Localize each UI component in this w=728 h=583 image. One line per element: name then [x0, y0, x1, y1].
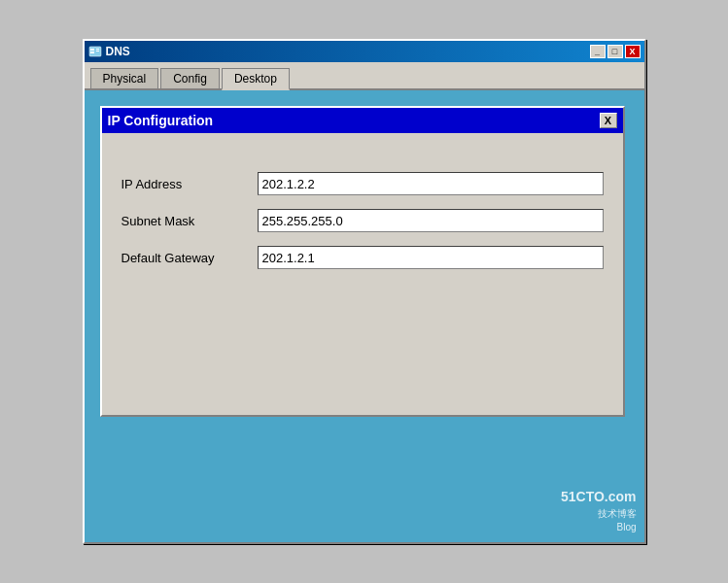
subnet-mask-label: Subnet Mask: [121, 214, 258, 228]
watermark: 51CTO.com 技术博客 Blog: [561, 488, 637, 534]
watermark-main: 51CTO.com: [561, 488, 637, 507]
minimize-button[interactable]: _: [590, 45, 606, 58]
ip-address-label: IP Address: [121, 177, 258, 191]
dialog-title-bar: IP Configuration X: [102, 108, 623, 133]
svg-rect-1: [90, 49, 94, 51]
tab-config[interactable]: Config: [160, 68, 220, 88]
watermark-sub2: Blog: [561, 521, 637, 534]
tab-physical[interactable]: Physical: [90, 68, 159, 88]
dialog-title: IP Configuration: [108, 113, 214, 128]
tab-desktop[interactable]: Desktop: [222, 68, 290, 90]
tab-bar: Physical Config Desktop: [85, 62, 644, 90]
main-window: DNS _ □ X Physical Config Desktop IP Con…: [83, 39, 646, 544]
subnet-mask-row: Subnet Mask: [121, 209, 604, 232]
subnet-mask-input[interactable]: [258, 209, 604, 232]
dns-icon: [88, 45, 102, 58]
ip-address-row: IP Address: [121, 172, 604, 195]
svg-rect-3: [96, 49, 99, 50]
title-bar-buttons: _ □ X: [590, 45, 641, 58]
maximize-button[interactable]: □: [607, 45, 623, 58]
ip-config-dialog: IP Configuration X IP Address Subnet Mas…: [100, 106, 625, 417]
default-gateway-label: Default Gateway: [121, 251, 258, 265]
content-area: IP Configuration X IP Address Subnet Mas…: [85, 90, 644, 542]
dialog-close-button[interactable]: X: [600, 113, 617, 128]
watermark-sub1: 技术博客: [561, 507, 637, 521]
svg-rect-4: [96, 51, 99, 51]
close-button[interactable]: X: [625, 45, 641, 58]
ip-address-input[interactable]: [258, 172, 604, 195]
title-bar-left: DNS: [88, 45, 130, 58]
title-bar: DNS _ □ X: [85, 41, 644, 62]
default-gateway-row: Default Gateway: [121, 246, 604, 269]
default-gateway-input[interactable]: [258, 246, 604, 269]
window-title: DNS: [106, 45, 130, 58]
svg-rect-2: [90, 51, 94, 53]
dialog-body: IP Address Subnet Mask Default Gateway: [102, 133, 623, 312]
